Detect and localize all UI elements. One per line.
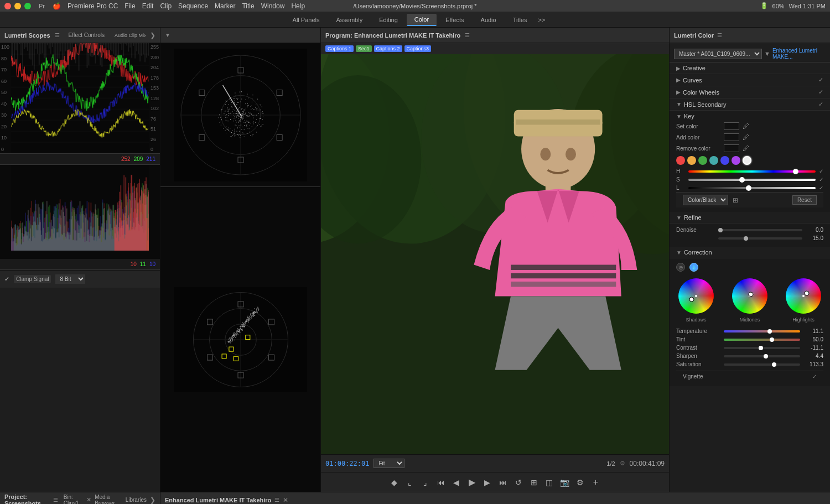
menu-apple[interactable]: 🍎 (53, 2, 61, 10)
section-curves[interactable]: ▶ Curves ✓ (670, 74, 830, 86)
step-fwd-btn[interactable]: ▶ (482, 477, 493, 488)
section-color-wheels[interactable]: ▶ Color Wheels ✓ (670, 86, 830, 98)
panel-expand-icon[interactable]: ▼ (165, 32, 170, 38)
menu-edit[interactable]: Edit (142, 2, 154, 10)
timeline-menu[interactable]: ☰ (274, 497, 279, 503)
midtones-wheel-canvas[interactable] (730, 276, 770, 316)
tab-all-panels[interactable]: All Panels (285, 14, 328, 25)
menu-clip[interactable]: Clip (160, 2, 172, 10)
menu-title[interactable]: Title (242, 2, 254, 10)
palette-green[interactable] (698, 156, 707, 165)
tab-effects[interactable]: Effects (438, 14, 471, 25)
go-in-btn[interactable]: ⏮ (435, 477, 447, 488)
libraries-tab[interactable]: Libraries (126, 497, 147, 503)
tab-titles[interactable]: Titles (505, 14, 535, 25)
scopes-tab-audioclip[interactable]: Audio Clip Mixer: Enhanced Lumetri MAKE … (110, 32, 146, 39)
palette-yellow[interactable] (687, 156, 696, 165)
contrast-thumb[interactable] (759, 346, 763, 350)
menu-sequence[interactable]: Sequence (178, 2, 208, 10)
s-slider-track[interactable] (688, 179, 816, 181)
add-color-eyedropper[interactable]: 🖊 (743, 133, 749, 141)
output-btn[interactable]: ◫ (544, 477, 555, 488)
remove-color-swatch[interactable] (724, 144, 739, 152)
bin-label[interactable]: Bin: Clips1 (64, 494, 83, 505)
s-slider-thumb[interactable] (739, 177, 745, 183)
scopes-menu-btn[interactable]: ☰ (55, 32, 60, 38)
monitor-menu-btn[interactable]: ☰ (465, 32, 470, 38)
h-slider-thumb[interactable] (793, 169, 798, 174)
set-color-swatch[interactable] (724, 122, 739, 130)
project-expand[interactable]: ❯ (150, 496, 155, 504)
tint-slider[interactable] (724, 339, 800, 341)
menu-window[interactable]: Window (261, 2, 285, 10)
bin-close[interactable]: ✕ (86, 496, 91, 503)
clip-selector-chevron[interactable]: ▼ (764, 50, 770, 57)
color-mode-select[interactable]: Color/Black (683, 195, 728, 205)
contrast-slider[interactable] (724, 347, 800, 349)
s-check[interactable]: ✓ (819, 176, 823, 183)
saturation-slider[interactable] (724, 363, 800, 366)
sharpen-thumb[interactable] (764, 354, 768, 358)
set-color-eyedropper[interactable]: 🖊 (743, 122, 749, 130)
scopes-expand[interactable]: ❯ (150, 32, 155, 39)
go-out-btn[interactable]: ⏭ (497, 477, 509, 488)
highlights-wheel-canvas[interactable] (784, 276, 823, 316)
mark-in-btn[interactable]: ⌞ (404, 477, 416, 488)
shadows-wheel-canvas[interactable] (676, 276, 716, 316)
loop-btn[interactable]: ↺ (513, 477, 524, 488)
h-check[interactable]: ✓ (819, 168, 823, 174)
palette-teal[interactable] (709, 156, 718, 165)
fit-select[interactable]: Fit 25% 50% 75% 100% (374, 459, 404, 468)
maximize-button[interactable] (24, 3, 31, 9)
media-browser-tab[interactable]: Media Browser (95, 494, 122, 505)
step-back-btn[interactable]: ◀ (451, 477, 462, 488)
menu-file[interactable]: File (124, 2, 135, 10)
h-slider-track[interactable] (688, 170, 816, 173)
remove-color-eyedropper[interactable]: 🖊 (743, 144, 749, 152)
reset-button[interactable]: Reset (792, 195, 817, 205)
palette-blue[interactable] (720, 156, 729, 165)
palette-purple[interactable] (732, 156, 740, 165)
denoise-slider[interactable] (718, 229, 802, 231)
add-color-swatch[interactable] (724, 133, 739, 141)
bit-depth-select[interactable]: 8 Bit 16 Bit (55, 274, 85, 284)
l-slider-thumb[interactable] (746, 185, 751, 191)
menu-help[interactable]: Help (291, 2, 305, 10)
mark-out-btn[interactable]: ⌟ (420, 477, 431, 488)
tab-editing[interactable]: Editing (371, 14, 406, 25)
menu-marker[interactable]: Marker (215, 2, 235, 10)
vignette-check[interactable]: ✓ (812, 373, 817, 380)
tab-assembly[interactable]: Assembly (328, 14, 370, 25)
correction-icon-1[interactable]: ◎ (676, 263, 685, 272)
l-slider-track[interactable] (688, 187, 816, 189)
section-correction[interactable]: ▼ Correction (670, 247, 830, 258)
tab-color[interactable]: Color (407, 14, 437, 26)
l-check[interactable]: ✓ (819, 185, 823, 191)
close-button[interactable] (4, 3, 11, 9)
timecode-in[interactable]: 01:00:22:01 (325, 460, 369, 467)
tint-thumb[interactable] (770, 337, 774, 342)
project-menu[interactable]: ☰ (53, 497, 58, 503)
temp-slider[interactable] (724, 330, 800, 332)
hsl-check[interactable]: ✓ (818, 101, 823, 108)
clamp-signal-btn[interactable]: Clamp Signal (14, 275, 51, 283)
color-mode-icon[interactable]: ⊞ (733, 196, 738, 204)
curves-check[interactable]: ✓ (818, 76, 823, 84)
section-creative[interactable]: ▶ Creative (670, 63, 830, 74)
menu-premiere[interactable]: Premiere Pro CC (68, 2, 118, 10)
timeline-close[interactable]: ✕ (283, 496, 288, 504)
palette-red[interactable] (676, 156, 685, 165)
key-row[interactable]: ▼ Key (676, 112, 823, 121)
section-hsl[interactable]: ▼ HSL Secondary ✓ (670, 98, 830, 111)
section-refine[interactable]: ▼ Refine (670, 212, 830, 224)
sharpen-slider[interactable] (724, 355, 800, 357)
workspace-more[interactable]: >> (538, 17, 546, 23)
palette-white[interactable] (743, 156, 751, 165)
correction-icon-2[interactable]: 💧 (689, 263, 698, 272)
wheels-check[interactable]: ✓ (818, 89, 823, 96)
add-btn[interactable]: + (590, 477, 601, 488)
play-btn[interactable]: ▶ (466, 477, 478, 488)
blur-slider[interactable] (718, 237, 802, 240)
temp-thumb[interactable] (767, 329, 772, 334)
add-marker-btn[interactable]: ◆ (389, 477, 400, 488)
